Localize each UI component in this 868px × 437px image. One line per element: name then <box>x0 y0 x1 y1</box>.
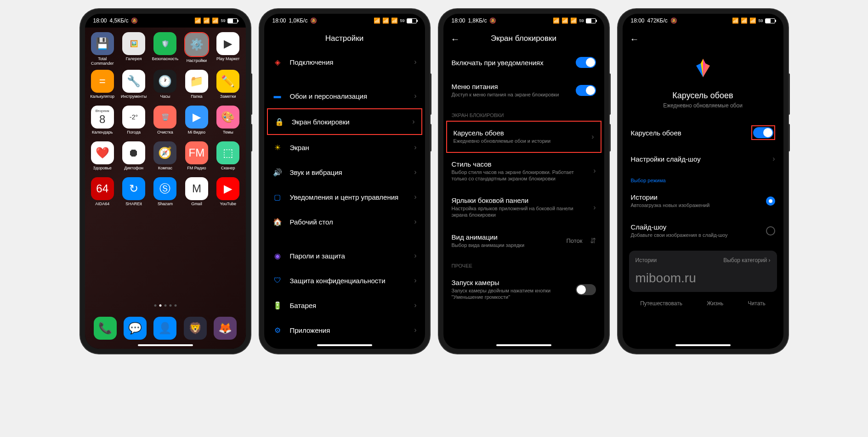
app-галерея[interactable]: 🖼️ Галерея <box>119 32 148 68</box>
app-заметки[interactable]: ✏️ Заметки <box>213 70 243 104</box>
settings-item-9[interactable]: 🔋 Батарея › <box>266 293 423 318</box>
carousel-logo-icon <box>689 54 717 82</box>
chevron-right-icon: › <box>414 92 416 100</box>
item-shortcuts[interactable]: Ярлыки боковой панели Настройка ярлыков … <box>445 189 602 226</box>
chevron-right-icon: › <box>414 193 416 201</box>
item-slideshow-mode[interactable]: Слайд-шоу Добавьте свои изображения в сл… <box>624 216 782 246</box>
page-indicator <box>154 304 176 307</box>
back-button[interactable]: ← <box>630 34 639 45</box>
item-power-menu[interactable]: Меню питания Доступ к меню питания на эк… <box>445 75 602 105</box>
battery-text: 59 <box>758 18 763 23</box>
app-календарь[interactable]: Вторник8 Календарь <box>88 106 117 140</box>
tag[interactable]: Путешествовать <box>640 300 682 307</box>
stories-card[interactable]: Истории Выбор категорий › miboom.ru <box>629 251 777 292</box>
toggle-switch[interactable] <box>753 127 773 138</box>
app-компас[interactable]: 🧭 Компас <box>150 141 180 175</box>
settings-item-4[interactable]: 🔊 Звук и вибрация › <box>266 160 423 185</box>
dock-app[interactable]: 💬 <box>124 317 147 340</box>
toggle-switch[interactable] <box>576 57 596 68</box>
tag[interactable]: Жизнь <box>707 300 723 307</box>
nav-indicator[interactable] <box>496 344 551 346</box>
chevron-right-icon: › <box>414 168 416 176</box>
app-aida64[interactable]: 64 AIDA64 <box>88 177 117 211</box>
settings-item-6[interactable]: 🏠 Рабочий стол › <box>266 209 423 234</box>
back-button[interactable]: ← <box>451 34 460 45</box>
tag[interactable]: Читать <box>748 300 766 307</box>
app-gmail[interactable]: M Gmail <box>182 177 211 211</box>
dock-app[interactable]: 👤 <box>153 317 176 340</box>
settings-item-0[interactable]: ◈ Подключения › <box>266 50 423 74</box>
nav-indicator[interactable] <box>138 344 193 346</box>
app-темы[interactable]: 🎨 Темы <box>213 106 243 140</box>
chevron-right-icon: › <box>412 118 414 126</box>
app-total-commander[interactable]: 💾 Total Commander <box>88 32 117 68</box>
item-camera-launch[interactable]: Запуск камеры Запуск камеры двойным нажа… <box>445 271 602 308</box>
app-play-маркет[interactable]: ▶ Play Маркет <box>213 32 243 68</box>
item-wallpaper-carousel[interactable]: Карусель обоев Ежедневно обновляемые обо… <box>446 121 601 152</box>
item-slideshow-settings[interactable]: Настройки слайд-шоу › <box>624 147 782 170</box>
status-bar: 18:00 472КБ/с 🔕 📶 📶 📶 59 <box>623 14 783 28</box>
app-сканер[interactable]: ⬚ Сканер <box>213 141 243 175</box>
signal-icon: 📶 <box>741 17 748 24</box>
radio-button[interactable] <box>766 196 775 206</box>
item-clock-style[interactable]: Стиль часов Выбор стиля часов на экране … <box>445 153 602 190</box>
dock-app[interactable]: 🦊 <box>214 317 237 340</box>
app-инструменты[interactable]: 🔧 Инструменты <box>119 70 148 104</box>
dock: 📞💬👤🦁🦊 <box>85 317 246 340</box>
settings-item-8[interactable]: 🛡 Защита конфиденциальности › <box>266 268 423 293</box>
app-shazam[interactable]: Ⓢ Shazam <box>150 177 180 211</box>
app-диктофон[interactable]: ⏺ Диктофон <box>119 141 148 175</box>
settings-list[interactable]: ◈ Подключения › ▬ Обои и персонализация … <box>264 50 425 349</box>
settings-item-icon: 🔋 <box>272 300 283 310</box>
battery-text: 59 <box>400 18 404 23</box>
app-калькулятор[interactable]: = Калькулятор <box>88 70 117 104</box>
settings-item-2[interactable]: 🔒 Экран блокировки › <box>267 108 422 135</box>
status-time: 18:00 <box>631 17 645 24</box>
nav-indicator[interactable] <box>317 344 372 346</box>
app-погода[interactable]: -2° Погода <box>119 106 148 140</box>
battery-icon <box>407 18 417 23</box>
page-title: Экран блокировки <box>491 34 556 43</box>
item-stories-mode[interactable]: Истории Автозагрузка новых изображений <box>624 186 782 216</box>
status-bar: 18:00 1,0КБ/с 🔕 📶 📶 📶 59 <box>264 14 425 28</box>
settings-item-icon: 🔒 <box>274 117 284 127</box>
app-очистка[interactable]: 🗑️ Очистка <box>150 106 180 140</box>
app-папка[interactable]: 📁 Папка <box>182 70 211 104</box>
settings-item-3[interactable]: ☀ Экран › <box>266 135 423 160</box>
dnd-icon: 🔕 <box>670 17 677 24</box>
settings-item-10[interactable]: ⚙ Приложения › <box>266 318 423 342</box>
phone-2: 18:00 1,0КБ/с 🔕 📶 📶 📶 59 Настройки ◈ Под… <box>260 9 430 353</box>
toggle-switch[interactable] <box>576 85 596 96</box>
app-mi-видео[interactable]: ▶ Mi Видео <box>182 106 211 140</box>
battery-icon <box>227 18 238 23</box>
dock-app[interactable]: 🦁 <box>184 317 207 340</box>
feature-header: Карусель обоев Ежедневно обновляемые обо… <box>624 40 782 118</box>
app-fm-радио[interactable]: FM FM Радио <box>182 141 211 175</box>
settings-list[interactable]: Включать при уведомлениях Меню питания Д… <box>443 50 604 349</box>
nav-indicator[interactable] <box>675 344 731 346</box>
app-безопасность[interactable]: 🛡️ Безопасность <box>150 32 180 68</box>
feature-title: Карусель обоев <box>634 91 772 101</box>
settings-list[interactable]: Карусель обоев Ежедневно обновляемые обо… <box>623 40 783 349</box>
app-настройки[interactable]: ⚙️ Настройки <box>182 32 211 68</box>
chevron-right-icon: › <box>414 276 416 285</box>
app-здоровье[interactable]: ❤️ Здоровье <box>88 141 117 175</box>
settings-item-1[interactable]: ▬ Обои и персонализация › <box>266 84 423 108</box>
item-carousel-toggle[interactable]: Карусель обоев <box>624 118 782 147</box>
radio-button[interactable] <box>766 226 775 235</box>
app-youtube[interactable]: ▶ YouTube <box>213 177 243 211</box>
card-action[interactable]: Выбор категорий › <box>723 257 770 263</box>
dnd-icon: 🔕 <box>131 17 138 24</box>
wifi-icon: 📶 <box>749 17 756 24</box>
settings-item-7[interactable]: ◉ Пароли и защита › <box>266 243 423 268</box>
item-animation[interactable]: Вид анимации Выбор вида анимации зарядки… <box>445 226 602 256</box>
settings-item-5[interactable]: ▢ Уведомления и центр управления › <box>266 185 423 209</box>
app-часы[interactable]: 🕐 Часы <box>150 70 180 104</box>
dock-app[interactable]: 📞 <box>94 317 117 340</box>
item-notifications-wake[interactable]: Включать при уведомлениях <box>445 50 602 75</box>
app-shareit[interactable]: ↻ SHAREit <box>119 177 148 211</box>
settings-item-icon: ◉ <box>272 251 283 261</box>
toggle-switch[interactable] <box>576 284 596 295</box>
phone-3: 18:00 1,8КБ/с 🔕 📶 📶 📶 59 ← Экран блокиро… <box>439 9 609 353</box>
section-header: Выбор режима <box>624 170 782 186</box>
